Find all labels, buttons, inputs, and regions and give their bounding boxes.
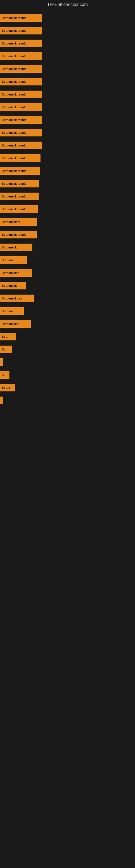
list-item: Bottleneck result — [0, 52, 42, 60]
list-item: Bottleneck result — [0, 231, 37, 239]
list-item: Bottleneck result — [0, 78, 42, 86]
bottleneck-bar: Bottlene — [0, 307, 24, 315]
bottleneck-bar: | — [0, 358, 3, 366]
chart-area: Bottleneck resultBottleneck resultBottle… — [0, 9, 135, 864]
list-item: Bottle — [0, 384, 15, 392]
list-item: Bottleneck result — [0, 129, 42, 136]
list-item: Bottleneck r — [0, 244, 32, 251]
bottleneck-bar: Bottleneck — [0, 282, 26, 289]
list-item: Bottleneck — [0, 282, 26, 289]
bottleneck-bar: Bottleneck result — [0, 180, 39, 187]
bottleneck-bar: B — [0, 371, 9, 379]
list-item: Bottlenec — [0, 256, 27, 264]
list-item: Bottleneck result — [0, 193, 39, 200]
bottleneck-bar: Bottlenec — [0, 256, 27, 264]
list-item: | — [0, 397, 3, 404]
bottleneck-bar: Bottleneck result — [0, 167, 40, 175]
bottleneck-bar: Bottleneck result — [0, 14, 42, 22]
list-item: Bott — [0, 333, 16, 340]
list-item: Bottleneck result — [0, 40, 42, 47]
list-item: B — [0, 371, 9, 379]
bottleneck-bar: Bottleneck result — [0, 78, 42, 86]
bottleneck-bar: Bott — [0, 333, 16, 340]
list-item: Bottleneck r — [0, 269, 32, 277]
bottleneck-bar: Bottleneck result — [0, 65, 42, 73]
bottleneck-bar: Bottle — [0, 384, 15, 392]
bottleneck-bar: Bottleneck result — [0, 193, 39, 200]
bottleneck-bar: Bottleneck r — [0, 320, 31, 328]
bottleneck-bar: Bottleneck result — [0, 103, 42, 111]
list-item: Bottleneck result — [0, 142, 42, 149]
list-item: Bottleneck result — [0, 103, 42, 111]
bottleneck-bar: Bottleneck result — [0, 129, 42, 136]
list-item: Bottleneck result — [0, 14, 42, 22]
bottleneck-bar: | — [0, 397, 3, 404]
bottleneck-bar: Bottleneck r — [0, 244, 32, 251]
bottleneck-bar: Bottleneck result — [0, 40, 42, 47]
bottleneck-bar: Bottleneck result — [0, 205, 38, 213]
bottleneck-bar: Bottleneck r — [0, 269, 32, 277]
list-item: Bottleneck result — [0, 180, 39, 187]
list-item: Bottleneck result — [0, 91, 42, 98]
list-item: Bottleneck result — [0, 27, 42, 34]
bottleneck-bar: Bottleneck result — [0, 91, 42, 98]
bottleneck-bar: Bottleneck res — [0, 294, 34, 302]
list-item: Bottleneck re — [0, 218, 37, 226]
list-item: Bottleneck result — [0, 167, 40, 175]
list-item: Bottlene — [0, 307, 24, 315]
bottleneck-bar: Bottleneck result — [0, 154, 41, 162]
bottleneck-bar: Bottleneck result — [0, 52, 42, 60]
list-item: Bottleneck r — [0, 320, 31, 328]
bottleneck-bar: Bottleneck result — [0, 116, 42, 124]
list-item: Bottleneck result — [0, 205, 38, 213]
bottleneck-bar: Bottleneck result — [0, 27, 42, 34]
list-item: Bottleneck result — [0, 116, 42, 124]
site-title: TheBottlenecker.com — [0, 0, 135, 9]
bottleneck-bar: Bo — [0, 346, 12, 353]
bottleneck-bar: Bottleneck re — [0, 218, 37, 226]
bottleneck-bar: Bottleneck result — [0, 231, 37, 239]
list-item: Bottleneck result — [0, 154, 41, 162]
list-item: Bottleneck res — [0, 294, 34, 302]
list-item: | — [0, 358, 3, 366]
list-item: Bo — [0, 346, 12, 353]
list-item: Bottleneck result — [0, 65, 42, 73]
bottleneck-bar: Bottleneck result — [0, 142, 42, 149]
